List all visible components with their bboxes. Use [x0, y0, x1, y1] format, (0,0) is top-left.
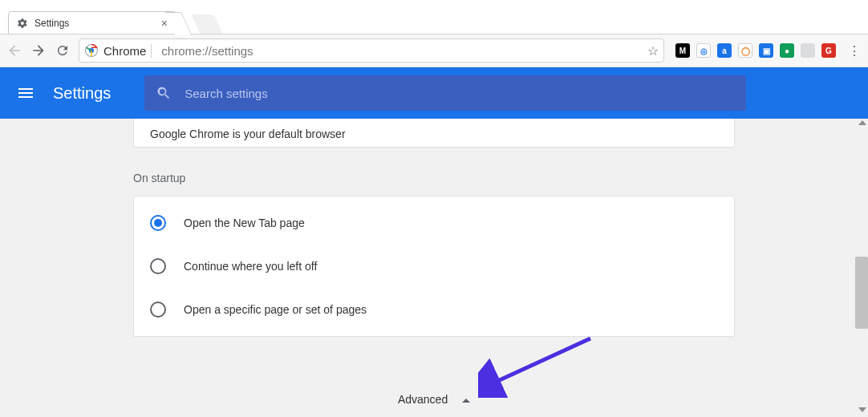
caret-up-icon — [462, 399, 470, 403]
settings-content: Google Chrome is your default browser On… — [0, 119, 868, 417]
default-browser-text: Google Chrome is your default browser — [150, 119, 346, 140]
startup-option-2[interactable]: Open a specific page or set of pages — [134, 288, 734, 331]
reload-button[interactable] — [55, 43, 71, 59]
extension-icon-5[interactable]: ● — [780, 43, 794, 58]
browser-toolbar: Chrome chrome://settings ☆ M◎a◯▣● G ⋮ — [0, 34, 868, 67]
extension-icon-7[interactable]: G — [821, 43, 836, 58]
extension-icon-3[interactable]: ◯ — [738, 43, 752, 58]
new-tab-button[interactable] — [192, 14, 223, 34]
radio-label: Continue where you left off — [184, 260, 317, 273]
annotation-arrow — [478, 334, 606, 398]
radio-label: Open a specific page or set of pages — [184, 303, 367, 316]
scroll-down-icon[interactable] — [858, 407, 866, 412]
tab-close-icon[interactable]: × — [161, 17, 168, 30]
extension-icon-0[interactable]: M — [675, 43, 690, 58]
menu-button[interactable] — [16, 83, 35, 103]
settings-header: Settings — [0, 67, 868, 119]
back-button[interactable] — [6, 43, 22, 59]
forward-button[interactable] — [30, 43, 47, 59]
radio-button[interactable] — [150, 258, 166, 274]
browser-tab-settings[interactable]: Settings × — [8, 11, 176, 34]
on-startup-label: On startup — [133, 172, 185, 184]
extension-icon-4[interactable]: ▣ — [759, 43, 773, 58]
startup-option-1[interactable]: Continue where you left off — [134, 245, 734, 288]
radio-label: Open the New Tab page — [184, 217, 305, 229]
extension-icon-2[interactable]: a — [717, 43, 732, 58]
omnibox-origin: Chrome — [103, 44, 152, 58]
tab-strip: Settings × — [0, 0, 868, 34]
search-icon — [156, 85, 172, 101]
extension-icon-1[interactable]: ◎ — [696, 43, 711, 58]
on-startup-card: Open the New Tab pageContinue where you … — [133, 196, 735, 337]
scroll-up-icon[interactable] — [858, 120, 866, 125]
advanced-label: Advanced — [398, 393, 448, 406]
bookmark-star-icon[interactable]: ☆ — [647, 43, 659, 59]
chrome-icon — [84, 43, 99, 58]
address-bar[interactable]: Chrome chrome://settings ☆ — [79, 38, 664, 63]
tab-title: Settings — [34, 18, 161, 29]
settings-search-input[interactable] — [185, 87, 735, 100]
scrollbar-thumb[interactable] — [855, 257, 868, 329]
radio-button[interactable] — [150, 215, 166, 231]
advanced-toggle[interactable]: Advanced — [0, 393, 868, 406]
gear-icon — [17, 18, 28, 29]
browser-menu-button[interactable]: ⋮ — [847, 43, 862, 59]
svg-line-6 — [493, 338, 590, 383]
startup-option-0[interactable]: Open the New Tab page — [134, 201, 734, 245]
extension-icons: M◎a◯▣● G — [672, 43, 839, 58]
settings-search[interactable] — [144, 75, 746, 111]
omnibox-url: chrome://settings — [156, 44, 643, 58]
extension-icon-6[interactable] — [801, 43, 815, 58]
settings-title: Settings — [53, 84, 111, 103]
radio-button[interactable] — [150, 302, 166, 318]
default-browser-card: Google Chrome is your default browser — [133, 119, 735, 148]
